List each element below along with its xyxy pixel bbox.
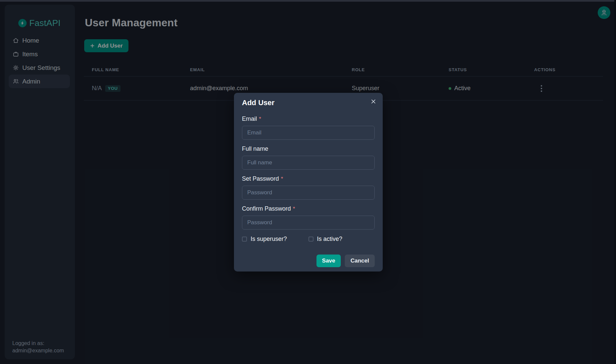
set-password-field-group: Set Password * (242, 175, 375, 200)
modal-footer: Save Cancel (316, 255, 375, 267)
save-button[interactable]: Save (316, 255, 341, 267)
modal-body: Email * Full name Set Password * Confirm… (242, 111, 375, 243)
confirm-password-input[interactable] (242, 216, 375, 230)
email-label: Email (242, 115, 257, 122)
is-superuser-label: Is superuser? (251, 236, 287, 243)
is-superuser-checkbox[interactable]: Is superuser? (242, 236, 308, 243)
checkbox-row: Is superuser? Is active? (242, 236, 375, 243)
add-user-modal: Add User Email * Full name Set Password … (234, 93, 383, 272)
modal-title: Add User (242, 98, 275, 107)
email-input[interactable] (242, 126, 375, 140)
checkbox-icon (308, 237, 313, 242)
required-asterisk: * (259, 116, 261, 122)
confirm-password-field-group: Confirm Password * (242, 205, 375, 230)
field-label: Set Password * (242, 175, 375, 182)
full-name-field-group: Full name (242, 145, 375, 170)
set-password-label: Set Password (242, 175, 279, 182)
password-input[interactable] (242, 186, 375, 200)
confirm-password-label: Confirm Password (242, 205, 291, 212)
full-name-input[interactable] (242, 156, 375, 170)
close-icon (371, 99, 376, 104)
is-active-label: Is active? (317, 236, 342, 243)
required-asterisk: * (281, 176, 283, 182)
close-button[interactable] (368, 96, 379, 107)
cancel-button[interactable]: Cancel (345, 255, 375, 267)
full-name-label: Full name (242, 145, 268, 152)
field-label: Full name (242, 145, 375, 152)
is-active-checkbox[interactable]: Is active? (308, 236, 375, 243)
email-field-group: Email * (242, 115, 375, 140)
field-label: Confirm Password * (242, 205, 375, 212)
checkbox-icon (242, 237, 247, 242)
field-label: Email * (242, 115, 375, 122)
required-asterisk: * (293, 206, 295, 212)
